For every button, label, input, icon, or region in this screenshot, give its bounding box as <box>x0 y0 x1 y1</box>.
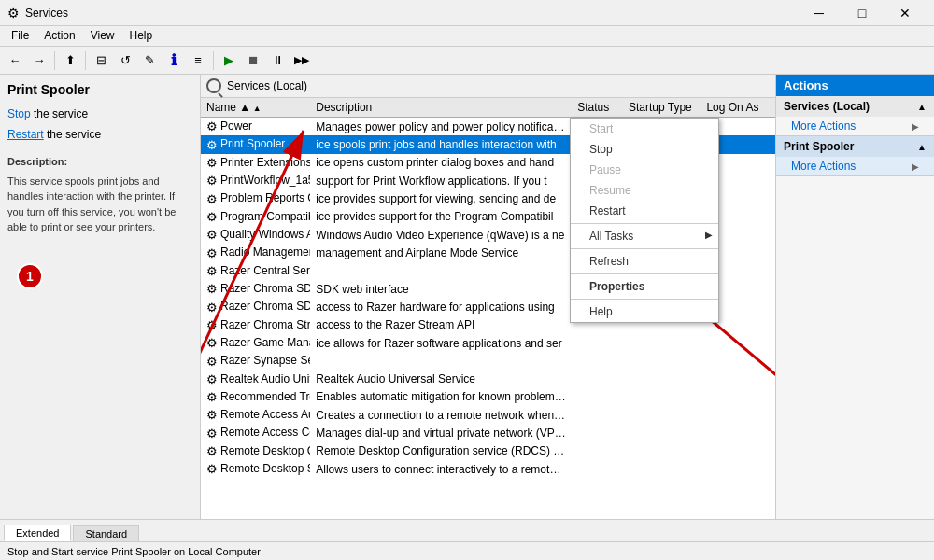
ctx-sep-2 <box>571 248 718 249</box>
ctx-refresh[interactable]: Refresh <box>571 251 718 272</box>
section-spooler-chevron: ▲ <box>917 142 927 152</box>
ctx-start[interactable]: Start <box>571 119 718 139</box>
menu-action[interactable]: Action <box>36 28 82 44</box>
menu-help[interactable]: Help <box>122 28 161 44</box>
more-actions-local-label: More Actions <box>791 119 856 133</box>
ctx-all-tasks[interactable]: All Tasks <box>571 226 718 246</box>
col-header-logon[interactable]: Log On As <box>700 98 775 118</box>
section-spooler-label: Print Spooler <box>784 140 854 153</box>
toolbar-separator-3 <box>213 51 214 70</box>
toolbar-separator-1 <box>54 51 55 70</box>
col-header-name[interactable]: Name ▲ <box>201 98 310 118</box>
close-button[interactable]: ✕ <box>884 0 927 26</box>
annotation-badge-1: 1 <box>17 263 43 289</box>
more-actions-local[interactable]: More Actions ▶ <box>776 117 934 135</box>
stop-suffix: the service <box>34 107 88 120</box>
section-local-label: Services (Local) <box>784 100 870 113</box>
left-links: Stop the service Restart the service <box>7 105 192 145</box>
restart-suffix: the service <box>47 128 101 141</box>
more-actions-local-arrow: ▶ <box>912 121 919 132</box>
ctx-help[interactable]: Help <box>571 301 718 322</box>
actions-section-local-title[interactable]: Services (Local) ▲ <box>776 96 934 117</box>
menu-view[interactable]: View <box>83 28 122 44</box>
right-panel: Actions Services (Local) ▲ More Actions … <box>775 75 934 519</box>
actions-section-spooler-title[interactable]: Print Spooler ▲ <box>776 136 934 157</box>
bottom-tabs: Extended Standard <box>0 519 934 541</box>
ctx-resume[interactable]: Resume <box>571 180 718 201</box>
up-button[interactable]: ⬆ <box>59 50 81 71</box>
minimize-button[interactable]: ─ <box>798 0 841 26</box>
ctx-sep-1 <box>571 223 718 224</box>
app-icon: ⚙ <box>7 6 20 21</box>
ctx-sep-3 <box>571 273 718 274</box>
table-row[interactable]: ⚙Remote Desktop ConfigurationRemote Desk… <box>201 442 775 460</box>
status-text: Stop and Start service Print Spooler on … <box>7 546 261 557</box>
left-description: Description: This service spools print j… <box>7 154 192 235</box>
forward-button[interactable]: → <box>28 50 50 71</box>
col-header-status[interactable]: Status <box>572 98 623 118</box>
table-row[interactable]: ⚙Realtek Audio Universal ServiceRealtek … <box>201 371 775 388</box>
actions-header: Actions <box>776 75 934 96</box>
restart-service-link[interactable]: Restart <box>7 128 44 141</box>
section-local-chevron: ▲ <box>917 102 927 112</box>
search-icon <box>206 78 221 93</box>
status-bar: Stop and Start service Print Spooler on … <box>0 541 934 560</box>
menu-bar: File Action View Help <box>0 26 934 47</box>
search-label: Services (Local) <box>227 79 307 92</box>
restart-button[interactable]: ▶▶ <box>290 50 313 71</box>
window-title: Services <box>25 7 68 20</box>
show-hide-button[interactable]: ⊟ <box>90 50 112 71</box>
more-actions-spooler[interactable]: More Actions ▶ <box>776 157 934 175</box>
service-name-header: Print Spooler <box>7 82 192 97</box>
more-actions-spooler-label: More Actions <box>791 160 856 173</box>
export-button[interactable]: ✎ <box>138 50 161 71</box>
table-row[interactable]: ⚙Remote Access Connection ManagerManages… <box>201 424 775 441</box>
window-controls: ─ □ ✕ <box>798 0 927 26</box>
actions-section-spooler: Print Spooler ▲ More Actions ▶ <box>776 136 934 176</box>
table-row[interactable]: ⚙Razer Game Managerice allows for Razer … <box>201 334 775 352</box>
actions-title: Actions <box>784 78 828 92</box>
ctx-sep-4 <box>571 299 718 300</box>
ctx-pause[interactable]: Pause <box>571 160 718 180</box>
col-header-startup[interactable]: Startup Type <box>623 98 700 118</box>
refresh-button[interactable]: ↺ <box>114 50 136 71</box>
table-row[interactable]: ⚙Remote Access Auto Connection ManagerCr… <box>201 406 775 424</box>
search-bar: Services (Local) <box>201 75 775 98</box>
ctx-stop[interactable]: Stop <box>571 139 718 160</box>
menu-file[interactable]: File <box>4 28 36 44</box>
tab-standard[interactable]: Standard <box>73 525 139 541</box>
ctx-restart[interactable]: Restart <box>571 201 718 221</box>
stop-service-link[interactable]: Stop <box>7 107 31 120</box>
table-row[interactable]: ⚙Recommended Troubleshooting ServiceEnab… <box>201 388 775 406</box>
toolbar: ← → ⬆ ⊟ ↺ ✎ ℹ ≡ ▶ ⏹ ⏸ ▶▶ <box>0 47 934 75</box>
desc-label: Description: <box>7 154 192 170</box>
toolbar-separator-2 <box>85 51 86 70</box>
table-row[interactable]: ⚙Remote Desktop ServicesAllows users to … <box>201 460 775 478</box>
more-actions-spooler-arrow: ▶ <box>912 161 919 172</box>
list-button[interactable]: ≡ <box>187 50 209 71</box>
maximize-button[interactable]: □ <box>841 0 884 26</box>
title-bar: ⚙ Services ─ □ ✕ <box>0 0 934 26</box>
info-button[interactable]: ℹ <box>163 50 185 71</box>
stop-button[interactable]: ⏹ <box>242 50 264 71</box>
table-row[interactable]: ⚙Razer Synapse Service <box>201 352 775 370</box>
start-button[interactable]: ▶ <box>218 50 240 71</box>
left-panel: Print Spooler Stop the service Restart t… <box>0 75 201 519</box>
ctx-properties[interactable]: Properties <box>571 276 718 297</box>
desc-text: This service spools print jobs and handl… <box>7 174 192 235</box>
back-button[interactable]: ← <box>4 50 26 71</box>
tab-extended[interactable]: Extended <box>4 525 71 541</box>
col-header-desc[interactable]: Description <box>310 98 572 118</box>
actions-section-local: Services (Local) ▲ More Actions ▶ <box>776 96 934 136</box>
pause-button[interactable]: ⏸ <box>266 50 289 71</box>
context-menu: Start Stop Pause Resume Restart All Task… <box>570 118 719 323</box>
center-area: Services (Local) Name ▲ Description Stat… <box>201 75 775 519</box>
